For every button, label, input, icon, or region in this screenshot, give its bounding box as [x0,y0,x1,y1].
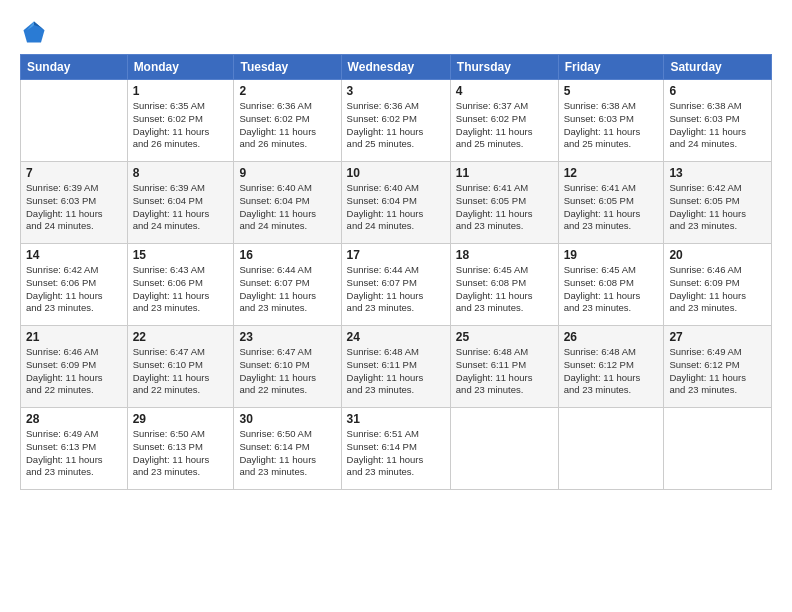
day-number: 15 [133,248,229,262]
day-number: 23 [239,330,335,344]
calendar-cell: 5Sunrise: 6:38 AM Sunset: 6:03 PM Daylig… [558,80,664,162]
calendar-cell: 20Sunrise: 6:46 AM Sunset: 6:09 PM Dayli… [664,244,772,326]
day-number: 3 [347,84,445,98]
day-number: 6 [669,84,766,98]
calendar-cell [21,80,128,162]
day-number: 27 [669,330,766,344]
day-number: 8 [133,166,229,180]
calendar-cell: 6Sunrise: 6:38 AM Sunset: 6:03 PM Daylig… [664,80,772,162]
day-number: 28 [26,412,122,426]
day-number: 20 [669,248,766,262]
day-info: Sunrise: 6:38 AM Sunset: 6:03 PM Dayligh… [564,100,659,151]
calendar-cell: 19Sunrise: 6:45 AM Sunset: 6:08 PM Dayli… [558,244,664,326]
day-number: 13 [669,166,766,180]
day-number: 7 [26,166,122,180]
calendar-cell: 7Sunrise: 6:39 AM Sunset: 6:03 PM Daylig… [21,162,128,244]
calendar-cell: 24Sunrise: 6:48 AM Sunset: 6:11 PM Dayli… [341,326,450,408]
day-number: 2 [239,84,335,98]
weekday-header: Saturday [664,55,772,80]
logo [20,18,52,46]
calendar-cell [664,408,772,490]
calendar-cell: 15Sunrise: 6:43 AM Sunset: 6:06 PM Dayli… [127,244,234,326]
day-number: 22 [133,330,229,344]
day-info: Sunrise: 6:43 AM Sunset: 6:06 PM Dayligh… [133,264,229,315]
calendar-cell: 23Sunrise: 6:47 AM Sunset: 6:10 PM Dayli… [234,326,341,408]
day-number: 26 [564,330,659,344]
day-number: 12 [564,166,659,180]
day-number: 17 [347,248,445,262]
calendar-cell [558,408,664,490]
calendar-cell: 28Sunrise: 6:49 AM Sunset: 6:13 PM Dayli… [21,408,128,490]
day-info: Sunrise: 6:45 AM Sunset: 6:08 PM Dayligh… [564,264,659,315]
day-info: Sunrise: 6:51 AM Sunset: 6:14 PM Dayligh… [347,428,445,479]
calendar-cell: 26Sunrise: 6:48 AM Sunset: 6:12 PM Dayli… [558,326,664,408]
day-number: 31 [347,412,445,426]
calendar-table: SundayMondayTuesdayWednesdayThursdayFrid… [20,54,772,490]
calendar-cell: 11Sunrise: 6:41 AM Sunset: 6:05 PM Dayli… [450,162,558,244]
day-info: Sunrise: 6:42 AM Sunset: 6:06 PM Dayligh… [26,264,122,315]
calendar-cell: 2Sunrise: 6:36 AM Sunset: 6:02 PM Daylig… [234,80,341,162]
day-info: Sunrise: 6:46 AM Sunset: 6:09 PM Dayligh… [26,346,122,397]
calendar-cell: 27Sunrise: 6:49 AM Sunset: 6:12 PM Dayli… [664,326,772,408]
calendar-cell: 12Sunrise: 6:41 AM Sunset: 6:05 PM Dayli… [558,162,664,244]
weekday-header: Friday [558,55,664,80]
day-number: 29 [133,412,229,426]
day-info: Sunrise: 6:49 AM Sunset: 6:12 PM Dayligh… [669,346,766,397]
calendar-cell: 31Sunrise: 6:51 AM Sunset: 6:14 PM Dayli… [341,408,450,490]
day-info: Sunrise: 6:41 AM Sunset: 6:05 PM Dayligh… [456,182,553,233]
day-info: Sunrise: 6:44 AM Sunset: 6:07 PM Dayligh… [239,264,335,315]
weekday-header: Monday [127,55,234,80]
weekday-header: Wednesday [341,55,450,80]
calendar-cell: 16Sunrise: 6:44 AM Sunset: 6:07 PM Dayli… [234,244,341,326]
day-info: Sunrise: 6:49 AM Sunset: 6:13 PM Dayligh… [26,428,122,479]
logo-icon [20,18,48,46]
calendar-cell: 30Sunrise: 6:50 AM Sunset: 6:14 PM Dayli… [234,408,341,490]
day-info: Sunrise: 6:47 AM Sunset: 6:10 PM Dayligh… [133,346,229,397]
day-info: Sunrise: 6:39 AM Sunset: 6:04 PM Dayligh… [133,182,229,233]
calendar-page: SundayMondayTuesdayWednesdayThursdayFrid… [0,0,792,612]
day-number: 14 [26,248,122,262]
day-number: 9 [239,166,335,180]
day-info: Sunrise: 6:35 AM Sunset: 6:02 PM Dayligh… [133,100,229,151]
day-number: 21 [26,330,122,344]
day-info: Sunrise: 6:50 AM Sunset: 6:14 PM Dayligh… [239,428,335,479]
weekday-header: Sunday [21,55,128,80]
day-info: Sunrise: 6:47 AM Sunset: 6:10 PM Dayligh… [239,346,335,397]
day-info: Sunrise: 6:40 AM Sunset: 6:04 PM Dayligh… [239,182,335,233]
calendar-cell: 1Sunrise: 6:35 AM Sunset: 6:02 PM Daylig… [127,80,234,162]
calendar-cell: 22Sunrise: 6:47 AM Sunset: 6:10 PM Dayli… [127,326,234,408]
weekday-header: Thursday [450,55,558,80]
day-number: 18 [456,248,553,262]
day-info: Sunrise: 6:37 AM Sunset: 6:02 PM Dayligh… [456,100,553,151]
day-number: 10 [347,166,445,180]
calendar-cell: 14Sunrise: 6:42 AM Sunset: 6:06 PM Dayli… [21,244,128,326]
day-number: 16 [239,248,335,262]
calendar-cell: 29Sunrise: 6:50 AM Sunset: 6:13 PM Dayli… [127,408,234,490]
calendar-cell: 21Sunrise: 6:46 AM Sunset: 6:09 PM Dayli… [21,326,128,408]
day-number: 24 [347,330,445,344]
calendar-cell: 9Sunrise: 6:40 AM Sunset: 6:04 PM Daylig… [234,162,341,244]
calendar-cell: 8Sunrise: 6:39 AM Sunset: 6:04 PM Daylig… [127,162,234,244]
calendar-cell: 3Sunrise: 6:36 AM Sunset: 6:02 PM Daylig… [341,80,450,162]
day-number: 11 [456,166,553,180]
day-number: 1 [133,84,229,98]
day-info: Sunrise: 6:44 AM Sunset: 6:07 PM Dayligh… [347,264,445,315]
day-info: Sunrise: 6:40 AM Sunset: 6:04 PM Dayligh… [347,182,445,233]
day-info: Sunrise: 6:46 AM Sunset: 6:09 PM Dayligh… [669,264,766,315]
day-info: Sunrise: 6:36 AM Sunset: 6:02 PM Dayligh… [239,100,335,151]
day-info: Sunrise: 6:38 AM Sunset: 6:03 PM Dayligh… [669,100,766,151]
header [20,18,772,46]
day-number: 4 [456,84,553,98]
calendar-cell: 13Sunrise: 6:42 AM Sunset: 6:05 PM Dayli… [664,162,772,244]
day-info: Sunrise: 6:42 AM Sunset: 6:05 PM Dayligh… [669,182,766,233]
calendar-cell: 25Sunrise: 6:48 AM Sunset: 6:11 PM Dayli… [450,326,558,408]
calendar-cell: 17Sunrise: 6:44 AM Sunset: 6:07 PM Dayli… [341,244,450,326]
day-number: 30 [239,412,335,426]
day-number: 5 [564,84,659,98]
day-info: Sunrise: 6:45 AM Sunset: 6:08 PM Dayligh… [456,264,553,315]
day-info: Sunrise: 6:48 AM Sunset: 6:12 PM Dayligh… [564,346,659,397]
day-info: Sunrise: 6:39 AM Sunset: 6:03 PM Dayligh… [26,182,122,233]
day-info: Sunrise: 6:36 AM Sunset: 6:02 PM Dayligh… [347,100,445,151]
day-info: Sunrise: 6:41 AM Sunset: 6:05 PM Dayligh… [564,182,659,233]
calendar-cell: 10Sunrise: 6:40 AM Sunset: 6:04 PM Dayli… [341,162,450,244]
